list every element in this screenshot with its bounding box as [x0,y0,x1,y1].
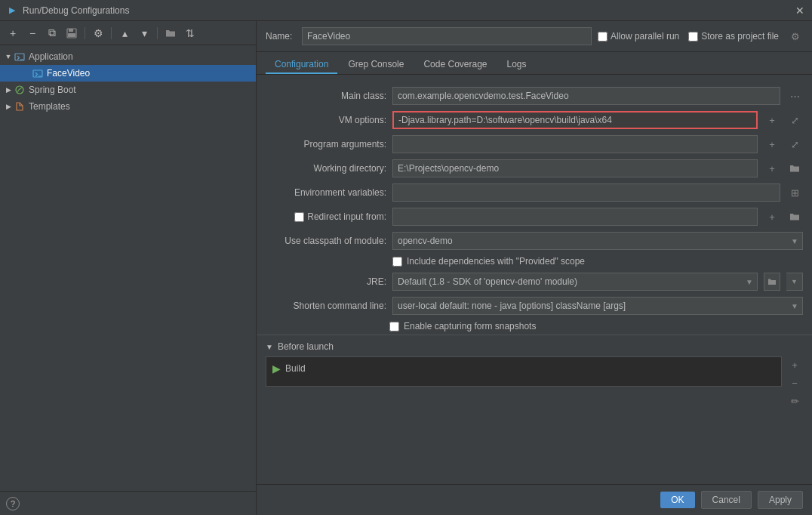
save-button[interactable] [63,25,80,42]
form-snapshots-checkbox[interactable] [389,322,399,332]
build-item: ▶ Build [269,360,778,377]
tab-grepconsole[interactable]: Grep Console [339,56,413,74]
name-options: Allow parallel run Store as project file… [598,29,803,44]
redirect-input[interactable] [392,208,758,226]
separator2 [111,27,112,39]
right-panel: Name: Allow parallel run Store as projec… [257,21,812,515]
title-bar-icon: ▶ [6,5,18,17]
program-args-input[interactable] [392,135,758,153]
main-class-input[interactable] [392,87,780,105]
redirect-checkbox[interactable] [294,212,304,222]
bottom-panel: ? [0,491,256,515]
env-vars-input[interactable] [392,183,780,202]
facevideo-label: FaceVideo [47,68,90,79]
tree-item-application[interactable]: ▼ Application [0,48,256,65]
svg-point-7 [16,86,23,94]
svg-rect-2 [68,33,75,37]
env-vars-row: Environment variables: ⊞ [257,180,812,205]
sort-button[interactable]: ⇅ [182,25,198,42]
redirect-folder-button[interactable] [786,208,803,225]
program-args-label: Program arguments: [266,139,386,150]
copy-button[interactable]: ⧉ [44,25,60,42]
allow-parallel-row: Allow parallel run [598,31,679,42]
jre-select[interactable]: Default (1.8 - SDK of 'opencv-demo' modu… [392,273,758,291]
include-deps-label: Include dependencies with "Provided" sco… [407,256,585,267]
before-launch-actions: + − ✏ [786,356,803,409]
main-class-browse-button[interactable]: ⋯ [786,88,803,104]
before-launch-add-button[interactable]: + [786,356,803,373]
form-snapshots-label: Enable capturing form snapshots [404,321,536,332]
shorten-cmd-select[interactable]: user-local default: none - java [options… [392,297,803,315]
redirect-expand-button[interactable]: + [764,208,780,225]
separator3 [157,27,158,39]
program-args-row: Program arguments: + ⤢ [257,132,812,156]
add-button[interactable]: + [5,25,21,42]
workdir-expand-button[interactable]: + [764,160,780,177]
vm-collapse-button[interactable]: ⤢ [786,112,803,128]
classpath-label: Use classpath of module: [266,236,386,246]
tree-item-springboot[interactable]: ▶ Spring Boot [0,82,256,98]
facevideo-icon [32,67,44,79]
shorten-cmd-row: Shorten command line: user-local default… [257,294,812,318]
arrow-up-button[interactable]: ▴ [116,25,133,42]
cancel-button[interactable]: Cancel [701,491,752,509]
tree-item-facevideo[interactable]: ▶ FaceVideo [0,65,256,82]
left-panel: + − ⧉ ⚙ ▴ ▾ ⇅ [0,21,257,515]
close-button[interactable]: ✕ [794,5,806,17]
ok-button[interactable]: OK [660,492,694,508]
springboot-icon [14,84,26,96]
tree-item-templates[interactable]: ▶ Templates [0,98,256,115]
jre-folder-button[interactable] [764,273,780,291]
name-label: Name: [266,31,296,42]
before-launch-title: Before launch [278,341,334,352]
application-icon [14,51,26,63]
before-launch-remove-button[interactable]: − [786,375,803,391]
main-class-row: Main class: ⋯ [257,84,812,108]
help-button[interactable]: ? [6,497,20,510]
remove-button[interactable]: − [24,25,41,42]
config-panel: Main class: ⋯ VM options: + ⤢ Program ar… [257,75,812,484]
env-browse-button[interactable]: ⊞ [786,184,803,201]
vm-options-input[interactable] [392,111,758,129]
form-snapshots-row: Enable capturing form snapshots [257,318,812,335]
tab-configuration[interactable]: Configuration [266,56,337,74]
jre-dropdown-button[interactable]: ▼ [786,273,803,291]
prog-collapse-button[interactable]: ⤢ [786,136,803,153]
tree-panel: ▼ Application ▶ [0,45,256,491]
classpath-select-wrapper: opencv-demo ▼ [392,232,803,250]
env-vars-label: Environment variables: [266,187,386,198]
before-launch-content: ▶ Build [266,356,782,387]
classpath-row: Use classpath of module: opencv-demo ▼ [257,229,812,253]
tab-logs[interactable]: Logs [498,56,536,74]
name-row: Name: Allow parallel run Store as projec… [257,21,812,52]
main-class-label: Main class: [266,91,386,101]
title-bar: ▶ Run/Debug Configurations ✕ [0,0,812,21]
folder-button[interactable] [162,25,179,42]
name-input[interactable] [302,27,592,45]
allow-parallel-label: Allow parallel run [611,31,679,42]
jre-select-wrapper: Default (1.8 - SDK of 'opencv-demo' modu… [392,273,758,291]
allow-parallel-checkbox[interactable] [598,32,607,42]
store-as-project-checkbox[interactable] [688,32,698,42]
tab-codecoverage[interactable]: Code Coverage [414,56,496,74]
classpath-select[interactable]: opencv-demo [392,232,803,250]
store-as-project-label: Store as project file [701,31,779,42]
before-launch-content-wrapper: ▶ Build + − ✏ [266,356,803,409]
build-icon: ▶ [272,362,281,375]
workdir-folder-button[interactable] [786,160,803,177]
prog-expand-button[interactable]: + [764,136,780,153]
svg-rect-1 [69,29,73,32]
arrow-down-button[interactable]: ▾ [136,25,152,42]
before-launch-arrow[interactable]: ▼ [266,343,273,351]
before-launch-edit-button[interactable]: ✏ [786,393,803,409]
apply-button[interactable]: Apply [758,491,803,509]
settings-button[interactable]: ⚙ [90,25,106,42]
gear-button[interactable]: ⚙ [788,29,803,44]
tabs-bar: Configuration Grep Console Code Coverage… [257,52,812,75]
include-deps-checkbox[interactable] [392,257,402,267]
main-container: + − ⧉ ⚙ ▴ ▾ ⇅ [0,21,812,515]
working-dir-input[interactable] [392,159,758,177]
vm-expand-button[interactable]: + [764,112,780,128]
working-dir-row: Working directory: + [257,156,812,180]
before-launch-section: ▼ Before launch ▶ Build + − ✏ [257,335,812,415]
